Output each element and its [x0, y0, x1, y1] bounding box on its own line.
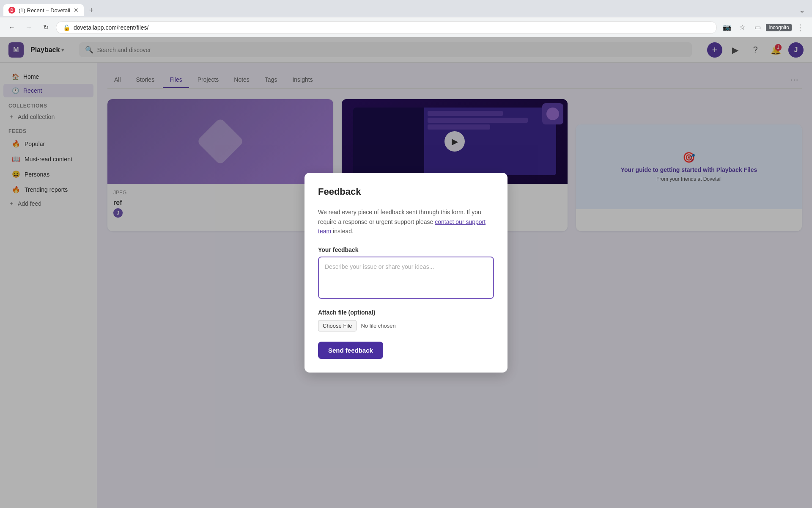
tab-bar: D (1) Recent – Dovetail ✕ + ⌄ — [0, 0, 812, 17]
sidebar-toggle-icon[interactable]: ▭ — [751, 21, 764, 34]
reload-button[interactable]: ↻ — [39, 21, 52, 34]
tab-favicon: D — [8, 7, 15, 14]
camera-icon[interactable]: 📷 — [720, 21, 734, 34]
browser-tab[interactable]: D (1) Recent – Dovetail ✕ — [3, 4, 84, 16]
no-file-text: No file chosen — [361, 323, 395, 329]
modal-title: Feedback — [318, 186, 494, 197]
lock-icon: 🔒 — [63, 24, 70, 31]
modal-overlay: Feedback We read every piece of feedback… — [0, 37, 812, 508]
attach-section: Attach file (optional) Choose File No fi… — [318, 309, 494, 331]
your-feedback-label: Your feedback — [318, 246, 494, 253]
modal-description-end: instead. — [333, 228, 354, 235]
new-tab-button[interactable]: + — [85, 4, 97, 16]
browser-menu-icon[interactable]: ⋮ — [793, 21, 807, 34]
star-icon[interactable]: ☆ — [735, 21, 749, 34]
feedback-modal: Feedback We read every piece of feedback… — [304, 173, 508, 372]
feedback-textarea[interactable] — [318, 257, 494, 299]
browser-toolbar: ← → ↻ 🔒 dovetailapp.com/recent/files/ 📷 … — [0, 17, 812, 37]
tab-close-icon[interactable]: ✕ — [74, 7, 79, 14]
modal-description: We read every piece of feedback sent thr… — [318, 207, 494, 236]
send-feedback-button[interactable]: Send feedback — [318, 342, 383, 359]
tab-menu-icon[interactable]: ⌄ — [796, 4, 809, 17]
browser-chrome: D (1) Recent – Dovetail ✕ + ⌄ ← → ↻ 🔒 do… — [0, 0, 812, 37]
back-button[interactable]: ← — [5, 21, 19, 34]
browser-actions: 📷 ☆ ▭ Incognito ⋮ — [720, 21, 807, 34]
file-input-row: Choose File No file chosen — [318, 320, 494, 331]
forward-button[interactable]: → — [22, 21, 36, 34]
tab-title: (1) Recent – Dovetail — [19, 7, 70, 14]
url-text: dovetailapp.com/recent/files/ — [74, 24, 148, 31]
attach-label: Attach file (optional) — [318, 309, 494, 316]
incognito-badge: Incognito — [766, 24, 792, 31]
address-bar[interactable]: 🔒 dovetailapp.com/recent/files/ — [56, 21, 717, 34]
choose-file-button[interactable]: Choose File — [318, 320, 357, 331]
